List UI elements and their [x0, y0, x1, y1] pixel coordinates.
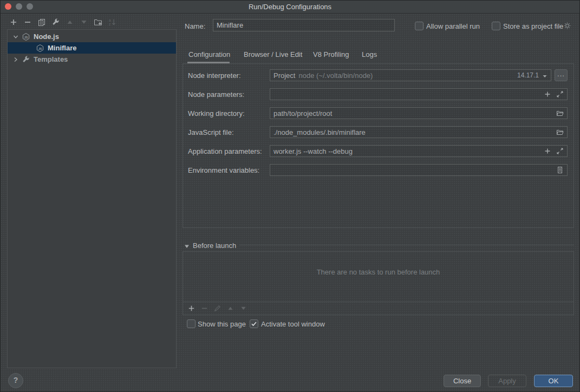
node-parameters-input[interactable]	[270, 88, 568, 100]
interpreter-version: 14.17.1	[517, 71, 539, 79]
name-input[interactable]	[213, 19, 395, 31]
apply-button[interactable]: Apply	[488, 375, 526, 387]
tree-item-label: Miniflare	[48, 44, 76, 52]
move-task-down-icon[interactable]	[239, 304, 247, 312]
add-macro-icon[interactable]	[544, 147, 551, 155]
application-parameters-value: worker.js --watch --debug	[273, 147, 353, 155]
remove-task-icon[interactable]	[200, 304, 208, 312]
name-label: Name:	[185, 22, 205, 30]
store-as-project-file-label: Store as project file	[503, 22, 563, 30]
gear-icon[interactable]	[563, 22, 571, 30]
activate-tool-window-checkbox[interactable]	[250, 319, 258, 328]
svg-text:z: z	[109, 22, 110, 26]
folder-icon[interactable]	[556, 109, 564, 117]
check-icon	[250, 320, 258, 328]
collapse-section-icon[interactable]	[184, 243, 190, 248]
configurations-tree: JS Node.js JS Miniflare Templates	[7, 29, 177, 368]
tree-item-templates[interactable]: Templates	[8, 54, 176, 65]
close-button[interactable]: Close	[444, 375, 481, 387]
chevron-right-icon[interactable]	[12, 56, 19, 63]
svg-text:JS: JS	[38, 47, 42, 50]
tab-configuration[interactable]: Configuration	[188, 50, 230, 58]
tree-item-nodejs[interactable]: JS Node.js	[8, 31, 176, 42]
application-parameters-label: Application parameters:	[188, 147, 262, 155]
move-up-icon[interactable]	[66, 18, 74, 27]
allow-parallel-run-checkbox[interactable]	[415, 22, 423, 30]
tree-item-miniflare[interactable]: JS Miniflare	[8, 42, 176, 54]
working-directory-input[interactable]: path/to/project/root	[270, 107, 568, 119]
before-launch-toolbar	[183, 302, 574, 315]
folder-icon[interactable]	[556, 128, 564, 136]
application-parameters-input[interactable]: worker.js --watch --debug	[270, 145, 568, 157]
before-launch-empty-text: There are no tasks to run before launch	[183, 268, 574, 276]
interpreter-value: Project	[273, 71, 295, 80]
store-as-project-file-checkbox[interactable]	[492, 22, 500, 30]
nodejs-icon: JS	[36, 44, 44, 53]
new-folder-icon[interactable]	[94, 18, 102, 27]
tree-item-label: Templates	[34, 55, 68, 63]
remove-icon[interactable]	[23, 18, 32, 27]
before-launch-title: Before launch	[193, 241, 236, 250]
tab-v8-profiling[interactable]: V8 Profiling	[313, 50, 349, 58]
show-this-page-label: Show this page	[198, 320, 246, 328]
tab-browser-live-edit[interactable]: Browser / Live Edit	[244, 50, 302, 58]
configurations-toolbar: az	[9, 18, 116, 27]
wrench-icon	[22, 55, 30, 64]
chevron-down-icon[interactable]	[542, 73, 548, 78]
move-down-icon[interactable]	[80, 18, 88, 27]
svg-text:a: a	[109, 18, 111, 22]
tree-item-label: Node.js	[34, 32, 59, 41]
expand-field-icon[interactable]	[556, 90, 564, 98]
allow-parallel-run-label: Allow parallel run	[426, 22, 480, 30]
add-icon[interactable]	[9, 18, 18, 27]
node-parameters-label: Node parameters:	[188, 90, 244, 99]
dialog-title: Run/Debug Configurations	[1, 3, 579, 11]
chevron-down-icon[interactable]	[12, 33, 19, 41]
node-interpreter-label: Node interpreter:	[188, 71, 241, 80]
javascript-file-label: JavaScript file:	[188, 128, 234, 136]
edit-templates-icon[interactable]	[51, 18, 60, 27]
working-directory-value: path/to/project/root	[273, 109, 332, 117]
node-interpreter-combobox[interactable]: Project node (~/.volta/bin/node) 14.17.1	[270, 69, 551, 81]
ok-button[interactable]: OK	[534, 375, 573, 387]
svg-text:JS: JS	[24, 35, 28, 38]
environment-variables-input[interactable]	[270, 164, 568, 176]
activate-tool-window-label: Activate tool window	[261, 320, 325, 328]
javascript-file-input[interactable]: ./node_modules/.bin/miniflare	[270, 126, 568, 138]
expand-field-icon[interactable]	[556, 147, 564, 155]
interpreter-path: node (~/.volta/bin/node)	[298, 71, 373, 80]
move-task-up-icon[interactable]	[226, 304, 234, 312]
run-debug-configurations-dialog: Run/Debug Configurations az JS Node.js J…	[0, 0, 580, 392]
add-macro-icon[interactable]	[544, 90, 551, 98]
browse-variables-icon[interactable]	[556, 166, 564, 174]
sort-alphabetically-icon[interactable]: az	[108, 18, 116, 27]
section-divider	[239, 245, 574, 245]
before-launch-panel: There are no tasks to run before launch	[183, 251, 574, 315]
titlebar: Run/Debug Configurations	[1, 1, 579, 14]
working-directory-label: Working directory:	[188, 109, 245, 117]
browse-interpreter-button[interactable]: ...	[555, 69, 568, 81]
help-button[interactable]: ?	[8, 373, 23, 388]
javascript-file-value: ./node_modules/.bin/miniflare	[273, 128, 366, 136]
environment-variables-label: Environment variables:	[188, 166, 259, 174]
tab-logs[interactable]: Logs	[362, 50, 377, 58]
add-task-icon[interactable]	[187, 304, 195, 312]
show-this-page-checkbox[interactable]	[187, 319, 195, 328]
edit-task-icon[interactable]	[213, 304, 221, 312]
copy-icon[interactable]	[37, 18, 46, 27]
nodejs-icon: JS	[22, 32, 30, 41]
